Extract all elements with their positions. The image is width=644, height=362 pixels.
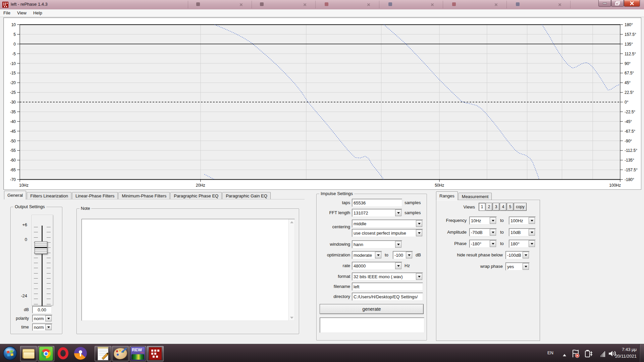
frequency-to-select[interactable]: 100Hz (509, 217, 536, 225)
start-button[interactable] (3, 346, 17, 361)
tab-minimum-phase-filters[interactable]: Minimum-Phase Filters (118, 192, 170, 199)
power-icon[interactable] (584, 349, 593, 358)
tab-paragraphic-gain-eq[interactable]: Paragraphic Gain EQ (222, 192, 271, 199)
view-button-4[interactable]: 4 (500, 203, 506, 211)
show-desktop-button[interactable] (639, 344, 644, 362)
dropdown-arrow-icon[interactable] (395, 241, 401, 248)
wrap-phase-select[interactable]: yes (505, 262, 530, 270)
frequency-from-value[interactable]: 10Hz (471, 218, 481, 223)
time-value[interactable]: norm (34, 325, 44, 330)
frequency-to-value[interactable]: 100Hz (511, 218, 523, 223)
time-select[interactable]: norm (32, 323, 52, 331)
dropdown-arrow-icon[interactable] (529, 240, 535, 247)
tray-date: 20/11/2021 (600, 353, 637, 360)
dropdown-arrow-icon[interactable] (490, 217, 496, 224)
note-textarea[interactable] (82, 219, 289, 320)
amplitude-from-select[interactable]: -70dB (469, 228, 497, 236)
dropdown-arrow-icon[interactable] (490, 229, 496, 236)
centering-mode-value[interactable]: use closest perfect impulse (354, 231, 406, 236)
dropdown-arrow-icon[interactable] (416, 220, 422, 227)
phase-from-select[interactable]: -180° (469, 240, 497, 248)
axis-tick-label: 135° (625, 42, 633, 47)
amplitude-from-value[interactable]: -70dB (471, 230, 483, 235)
tab-paragraphic-phase-eq[interactable]: Paragraphic Phase EQ (170, 192, 222, 199)
hide-result-phase-value[interactable]: -100dB (507, 253, 521, 258)
note-group: Note (76, 208, 299, 334)
fft-length-select[interactable]: 131072 (352, 209, 402, 217)
phase-to-select[interactable]: 180° (509, 240, 536, 248)
dropdown-arrow-icon[interactable] (416, 273, 422, 280)
dropdown-arrow-icon[interactable] (523, 252, 529, 258)
taskbar-item-rephase[interactable] (147, 346, 164, 361)
wrap-phase-value[interactable]: yes (507, 264, 514, 269)
filename-input[interactable] (352, 283, 423, 291)
db-input[interactable] (32, 306, 52, 313)
frequency-from-select[interactable]: 10Hz (469, 217, 497, 225)
language-indicator[interactable]: EN (547, 350, 553, 355)
dropdown-arrow-icon[interactable] (375, 252, 381, 258)
rate-value[interactable]: 48000 (354, 263, 366, 268)
phase-from-value[interactable]: -180° (471, 241, 481, 246)
optimization-select[interactable]: moderate (352, 251, 382, 259)
centering-mode-select[interactable]: use closest perfect impulse (352, 229, 423, 237)
view-button-3[interactable]: 3 (493, 203, 499, 211)
generate-button[interactable]: generate (320, 304, 424, 314)
taskbar-item-notepad[interactable] (95, 346, 111, 361)
optimization-level-select[interactable]: -100 (393, 251, 413, 259)
centering-value[interactable]: middle (354, 221, 366, 226)
amplitude-to-value[interactable]: 10dB (511, 230, 521, 235)
tab-linear-phase-filters[interactable]: Linear-Phase Filters (72, 192, 118, 199)
format-value[interactable]: 32 bits IEEE mono (.wav) (354, 274, 403, 279)
dropdown-arrow-icon[interactable] (490, 240, 496, 247)
taskbar-item-opera[interactable] (55, 346, 71, 361)
taskbar-item-paint[interactable] (112, 346, 129, 361)
taskbar-item-explorer[interactable] (20, 346, 37, 361)
taskbar-item-chrome[interactable] (38, 346, 54, 361)
fft-length-value[interactable]: 131072 (354, 210, 368, 216)
dropdown-arrow-icon[interactable] (395, 262, 401, 269)
view-button-5[interactable]: 5 (507, 203, 514, 211)
tab-general[interactable]: General (4, 191, 26, 199)
polarity-value[interactable]: norm (34, 316, 44, 321)
polarity-select[interactable]: norm (32, 315, 52, 322)
tab-filters-linearization[interactable]: Filters Linearization (27, 192, 71, 199)
tab-measurement[interactable]: Measurement (459, 193, 492, 200)
taskbar-item-secure-browser[interactable] (72, 346, 89, 361)
amplitude-to-select[interactable]: 10dB (509, 228, 536, 236)
action-center-icon[interactable] (572, 349, 580, 358)
optimization-value[interactable]: moderate (354, 253, 372, 258)
clock[interactable]: 7:43 μμ 20/11/2021 (600, 346, 637, 360)
format-select[interactable]: 32 bits IEEE mono (.wav) (352, 273, 423, 281)
taskbar-item-rew[interactable]: REW V5.1 (129, 346, 146, 361)
centering-select[interactable]: middle (352, 220, 423, 228)
view-button-2[interactable]: 2 (486, 203, 492, 211)
dropdown-arrow-icon[interactable] (416, 230, 422, 236)
gain-slider-track[interactable] (32, 215, 53, 305)
view-copy-button[interactable]: copy (514, 203, 527, 211)
dropdown-arrow-icon[interactable] (529, 229, 535, 236)
directory-input[interactable] (352, 293, 423, 301)
tray-expand-icon[interactable] (563, 352, 566, 356)
windowing-value[interactable]: hann (354, 242, 363, 247)
dropdown-arrow-icon[interactable] (45, 324, 52, 330)
windows-start-icon (3, 346, 17, 361)
phase-to-value[interactable]: 180° (511, 241, 520, 246)
axis-tick-label: 20Hz (196, 183, 205, 188)
scroll-up-icon[interactable] (289, 220, 294, 225)
dropdown-arrow-icon[interactable] (529, 217, 535, 224)
taps-input[interactable] (352, 199, 402, 207)
note-scrollbar[interactable] (288, 219, 294, 320)
gain-slider-handle[interactable] (35, 241, 47, 254)
view-button-1[interactable]: 1 (479, 203, 485, 211)
rate-select[interactable]: 48000 (352, 262, 402, 270)
optimization-level-value[interactable]: -100 (394, 253, 403, 258)
windowing-select[interactable]: hann (352, 240, 402, 248)
scroll-down-icon[interactable] (289, 315, 294, 320)
dropdown-arrow-icon[interactable] (523, 263, 529, 270)
dropdown-arrow-icon[interactable] (45, 315, 52, 321)
hide-result-phase-select[interactable]: -100dB (505, 251, 530, 259)
tab-ranges[interactable]: Ranges (436, 191, 458, 200)
dropdown-arrow-icon[interactable] (406, 252, 412, 258)
db-label: dB (13, 307, 29, 312)
dropdown-arrow-icon[interactable] (395, 209, 401, 216)
